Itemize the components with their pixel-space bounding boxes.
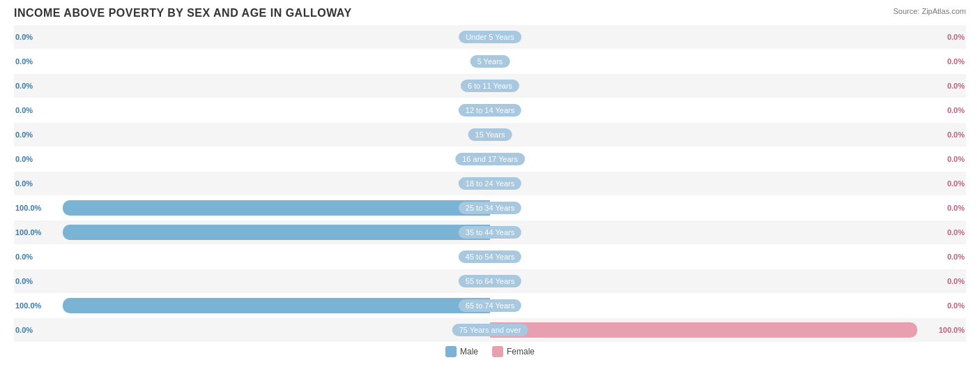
female-value: 0.0% [926,228,965,237]
female-half [490,200,924,216]
legend: Male Female [14,346,966,357]
male-value: 100.0% [15,228,54,237]
female-value: 0.0% [926,253,965,261]
bars-container: 6 to 11 Years [56,74,924,98]
bars-container: 15 Years [56,123,924,147]
female-value: 0.0% [926,155,965,163]
female-value: 0.0% [926,277,965,285]
male-half [56,298,490,313]
male-bar [63,200,490,216]
male-value: 0.0% [15,82,54,90]
female-value: 0.0% [926,130,965,139]
bar-row: 0.0%0.0%6 to 11 Years [14,74,966,98]
male-half [56,29,490,45]
female-value: 0.0% [926,106,965,114]
male-half [56,127,490,142]
bar-row: 0.0%0.0%12 to 14 Years [14,98,966,122]
bars-container: 55 to 64 Years [56,269,924,293]
title-row: INCOME ABOVE POVERTY BY SEX AND AGE IN G… [14,7,966,20]
male-value: 0.0% [15,326,54,334]
female-half [490,29,924,45]
bars-container: 5 Years [56,50,924,73]
male-half [56,78,490,93]
male-value: 0.0% [15,179,54,188]
female-half [490,298,924,313]
legend-item-female: Female [492,346,535,357]
female-half [490,322,924,338]
male-value: 100.0% [15,301,54,310]
chart-container: INCOME ABOVE POVERTY BY SEX AND AGE IN G… [0,0,980,390]
legend-item-male: Male [445,346,478,357]
bar-row: 100.0%0.0%35 to 44 Years [14,220,966,244]
male-value: 0.0% [15,106,54,114]
bars-container: 18 to 24 Years [56,172,924,195]
bar-row: 0.0%0.0%16 and 17 Years [14,147,966,171]
female-half [490,225,924,240]
bars-container: 45 to 54 Years [56,245,924,269]
bars-container: 12 to 14 Years [56,98,924,122]
female-value: 100.0% [926,326,965,334]
female-value: 0.0% [926,57,965,66]
bars-container: 35 to 44 Years [56,220,924,244]
chart-title: INCOME ABOVE POVERTY BY SEX AND AGE IN G… [14,7,352,20]
female-value: 0.0% [926,82,965,90]
male-value: 0.0% [15,33,54,41]
bar-row: 0.0%0.0%5 Years [14,50,966,73]
bar-row: 0.0%0.0%Under 5 Years [14,25,966,49]
male-value: 0.0% [15,277,54,285]
male-value: 0.0% [15,57,54,66]
bar-row: 0.0%100.0%75 Years and over [14,318,966,342]
female-half [490,176,924,191]
male-half [56,273,490,289]
female-value: 0.0% [926,33,965,41]
female-bar [490,322,917,338]
bars-container: Under 5 Years [56,25,924,49]
male-value: 100.0% [15,204,54,212]
bar-row: 0.0%0.0%55 to 64 Years [14,269,966,293]
female-half [490,103,924,118]
female-value: 0.0% [926,204,965,212]
male-bar [63,225,490,240]
female-value: 0.0% [926,179,965,188]
female-half [490,54,924,69]
bar-row: 0.0%0.0%15 Years [14,123,966,147]
female-half [490,127,924,142]
male-label: Male [460,347,478,357]
female-half [490,151,924,167]
female-half [490,249,924,264]
male-half [56,225,490,240]
bars-container: 75 Years and over [56,318,924,342]
male-value: 0.0% [15,130,54,139]
male-half [56,322,490,338]
female-legend-color [492,346,503,357]
chart-body: 0.0%0.0%Under 5 Years0.0%0.0%5 Years0.0%… [14,25,966,342]
bar-row: 0.0%0.0%45 to 54 Years [14,245,966,269]
male-half [56,54,490,69]
male-value: 0.0% [15,253,54,261]
female-half [490,273,924,289]
bar-row: 0.0%0.0%18 to 24 Years [14,172,966,195]
female-half [490,78,924,93]
bar-row: 100.0%0.0%25 to 34 Years [14,196,966,220]
male-half [56,176,490,191]
bars-container: 25 to 34 Years [56,196,924,220]
bar-row: 100.0%0.0%65 to 74 Years [14,294,966,317]
source-text: Source: ZipAtlas.com [893,7,966,15]
male-bar [63,298,490,313]
bars-container: 65 to 74 Years [56,294,924,317]
female-value: 0.0% [926,301,965,310]
male-half [56,151,490,167]
male-half [56,249,490,264]
male-half [56,200,490,216]
male-half [56,103,490,118]
bars-container: 16 and 17 Years [56,147,924,171]
female-label: Female [507,347,535,357]
male-legend-color [445,346,457,357]
male-value: 0.0% [15,155,54,163]
